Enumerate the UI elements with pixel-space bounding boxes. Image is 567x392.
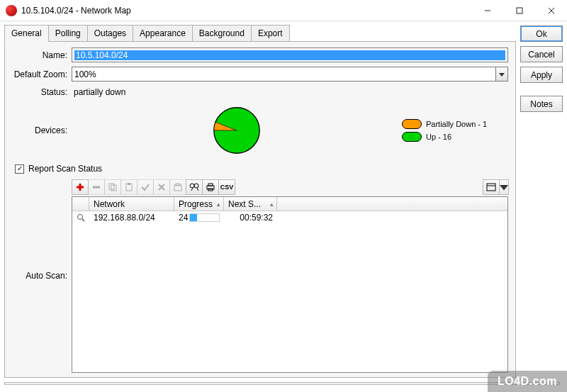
svg-marker-26 (500, 185, 508, 191)
magnifier-icon (77, 213, 85, 222)
svg-line-20 (197, 188, 198, 191)
minimize-button[interactable] (471, 0, 503, 21)
svg-point-17 (190, 184, 194, 188)
cell-progress: 24 (174, 213, 224, 223)
app-icon (6, 5, 17, 16)
col-progress[interactable]: Progress▴ (174, 197, 224, 211)
paste-button[interactable] (120, 179, 137, 195)
accept-button[interactable] (137, 179, 154, 195)
col-next[interactable]: Next S...▴ (224, 197, 277, 211)
tab-page-general: Name: 10.5.104.0/24 Default Zoom: Status… (4, 41, 516, 378)
status-strip (4, 382, 560, 385)
tab-appearance[interactable]: Appearance (133, 25, 193, 42)
svg-line-19 (191, 188, 193, 191)
cell-network: 192.168.88.0/24 (89, 213, 174, 223)
svg-rect-12 (128, 183, 130, 185)
zoom-label: Default Zoom: (12, 69, 72, 79)
svg-marker-4 (499, 73, 505, 77)
zoom-input[interactable] (72, 67, 496, 82)
autoscan-label: Auto Scan: (12, 271, 72, 281)
tab-strip: General Polling Outages Appearance Backg… (4, 24, 516, 41)
print-button[interactable] (202, 179, 219, 195)
name-input[interactable]: 10.5.104.0/24 (72, 47, 508, 62)
autoscan-toolbar: CSV (72, 178, 508, 196)
maximize-button[interactable] (503, 0, 535, 21)
export-csv-button[interactable]: CSV (218, 179, 235, 195)
report-scan-status-label: Report Scan Status (28, 164, 102, 174)
col-network[interactable]: Network (89, 197, 174, 211)
status-label: Status: (12, 87, 72, 97)
svg-line-28 (82, 219, 84, 221)
list-header: Network Progress▴ Next S...▴ (72, 197, 507, 211)
name-label: Name: (12, 50, 72, 60)
svg-point-18 (194, 184, 198, 188)
svg-rect-1 (517, 8, 522, 13)
progress-bar (189, 213, 220, 222)
svg-rect-22 (208, 184, 213, 186)
remove-button[interactable] (88, 179, 105, 195)
devices-label: Devices: (12, 125, 72, 135)
cell-next: 00:59:32 (224, 213, 277, 223)
find-button[interactable] (186, 179, 203, 195)
copy-button[interactable] (104, 179, 121, 195)
tab-export[interactable]: Export (251, 25, 290, 42)
devices-pie-chart (212, 106, 262, 155)
svg-rect-24 (487, 184, 495, 191)
reject-button[interactable] (153, 179, 170, 195)
watermark: LO4D.com (488, 371, 567, 392)
legend-up: Up - 16 (402, 132, 508, 142)
tab-general[interactable]: General (4, 25, 49, 42)
add-button[interactable] (72, 179, 89, 195)
check-icon: ✓ (17, 165, 23, 172)
ok-button[interactable]: Ok (520, 26, 563, 42)
window-title: 10.5.104.0/24 - Network Map (21, 6, 471, 16)
layout-dropdown-button[interactable] (499, 179, 509, 195)
zoom-dropdown-button[interactable] (496, 67, 508, 82)
cancel-button[interactable]: Cancel (520, 46, 563, 62)
autoscan-list[interactable]: Network Progress▴ Next S...▴ 192.168.88.… (72, 196, 508, 373)
swatch-green (402, 132, 422, 142)
tab-outages[interactable]: Outages (87, 25, 133, 42)
close-button[interactable] (535, 0, 567, 21)
svg-point-27 (78, 215, 83, 220)
table-row[interactable]: 192.168.88.0/24 24 00:59:32 (72, 211, 507, 224)
status-value: partially down (72, 86, 508, 99)
apply-button[interactable]: Apply (520, 67, 563, 83)
notes-button[interactable]: Notes (520, 96, 563, 112)
edit-button[interactable] (169, 179, 186, 195)
tab-polling[interactable]: Polling (48, 25, 88, 42)
tab-background[interactable]: Background (192, 25, 252, 42)
swatch-orange (402, 119, 422, 129)
devices-legend: Partially Down - 1 Up - 16 (402, 119, 508, 142)
titlebar: 10.5.104.0/24 - Network Map (0, 0, 567, 21)
report-scan-status-checkbox[interactable]: ✓ (15, 164, 24, 174)
layout-button[interactable] (483, 179, 500, 195)
legend-partially-down: Partially Down - 1 (402, 119, 508, 129)
